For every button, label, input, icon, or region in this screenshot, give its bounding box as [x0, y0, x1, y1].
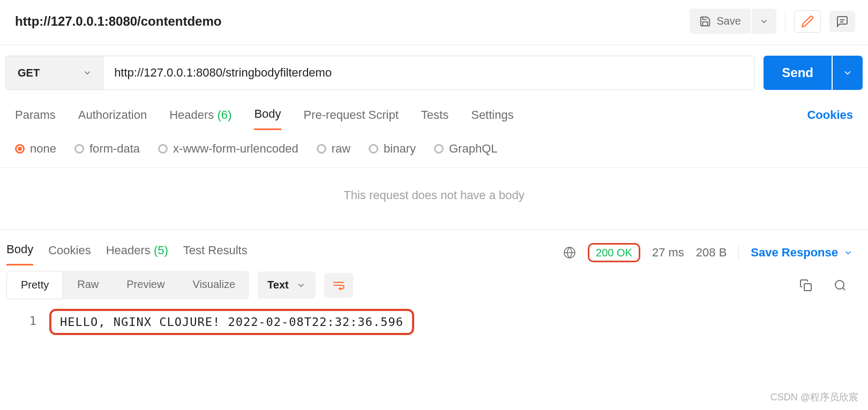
view-visualize[interactable]: Visualize	[178, 271, 249, 299]
chevron-down-icon	[296, 280, 306, 290]
tab-params[interactable]: Params	[15, 105, 56, 130]
resp-tab-body[interactable]: Body	[6, 239, 33, 265]
svg-rect-5	[804, 284, 811, 291]
format-select[interactable]: Text	[258, 271, 316, 299]
body-type-binary[interactable]: binary	[369, 142, 416, 156]
body-type-formdata[interactable]: form-data	[74, 142, 140, 156]
body-type-raw[interactable]: raw	[317, 142, 350, 156]
save-dropdown[interactable]	[752, 9, 776, 34]
tab-headers[interactable]: Headers (6)	[169, 105, 231, 130]
save-response-button[interactable]: Save Response	[751, 246, 853, 260]
radio-label: raw	[332, 142, 350, 156]
comment-icon	[836, 15, 849, 28]
search-icon	[834, 279, 847, 292]
body-type-none[interactable]: none	[15, 142, 56, 156]
resp-tab-testresults[interactable]: Test Results	[183, 240, 248, 265]
tab-tests[interactable]: Tests	[421, 105, 448, 130]
response-status: 200 OK	[593, 246, 635, 260]
divider	[785, 11, 785, 32]
tab-prerequest[interactable]: Pre-request Script	[304, 105, 399, 130]
view-preview[interactable]: Preview	[113, 271, 178, 299]
resp-tab-cookies[interactable]: Cookies	[48, 240, 91, 265]
radio-label: x-www-form-urlencoded	[173, 142, 298, 156]
radio-label: binary	[384, 142, 416, 156]
body-type-graphql[interactable]: GraphQL	[434, 142, 498, 156]
pencil-icon	[801, 15, 814, 28]
response-body-text: HELLO, NGINX CLOJURE! 2022-02-08T22:32:3…	[49, 309, 414, 335]
save-button[interactable]: Save	[690, 9, 751, 34]
tab-headers-count: (6)	[218, 108, 232, 122]
svg-point-6	[835, 280, 844, 289]
wrap-icon	[332, 278, 346, 292]
radio-label: none	[30, 142, 56, 156]
send-button[interactable]: Send	[764, 56, 832, 90]
response-time: 27 ms	[652, 246, 684, 260]
search-button[interactable]	[827, 275, 853, 296]
wrap-lines-button[interactable]	[324, 273, 353, 298]
chevron-down-icon	[843, 248, 853, 257]
chevron-down-icon	[759, 17, 769, 26]
tab-headers-label: Headers	[169, 108, 214, 122]
chevron-down-icon	[842, 67, 853, 78]
save-label: Save	[716, 15, 741, 27]
format-label: Text	[267, 279, 289, 291]
chevron-down-icon	[83, 68, 92, 78]
radio-label: form-data	[89, 142, 140, 156]
resp-tab-headers-label: Headers	[106, 244, 151, 257]
copy-icon	[799, 279, 812, 292]
view-pretty[interactable]: Pretty	[6, 271, 63, 299]
view-raw[interactable]: Raw	[63, 271, 113, 299]
response-size: 208 B	[696, 246, 727, 260]
resp-tab-headers-count: (5)	[154, 244, 168, 257]
svg-line-7	[843, 287, 845, 290]
tab-authorization[interactable]: Authorization	[78, 105, 147, 130]
divider	[738, 246, 739, 260]
comment-button[interactable]	[829, 11, 855, 32]
tab-settings[interactable]: Settings	[471, 105, 514, 130]
send-dropdown[interactable]	[833, 56, 863, 90]
line-number: 1	[6, 309, 49, 333]
page-title: http://127.0.0.1:8080/contentdemo	[15, 14, 221, 29]
body-type-xwww[interactable]: x-www-form-urlencoded	[158, 142, 298, 156]
url-input[interactable]	[103, 56, 754, 89]
save-response-label: Save Response	[751, 246, 838, 260]
radio-label: GraphQL	[449, 142, 498, 156]
cookies-link[interactable]: Cookies	[807, 105, 853, 130]
save-icon	[699, 16, 711, 27]
edit-button[interactable]	[794, 10, 821, 33]
resp-tab-headers[interactable]: Headers (5)	[106, 240, 168, 265]
globe-icon[interactable]	[563, 246, 576, 259]
tab-body[interactable]: Body	[254, 104, 281, 130]
method-select[interactable]: GET	[6, 56, 103, 89]
method-label: GET	[18, 67, 40, 79]
copy-button[interactable]	[793, 275, 819, 296]
no-body-message: This request does not have a body	[0, 168, 868, 230]
